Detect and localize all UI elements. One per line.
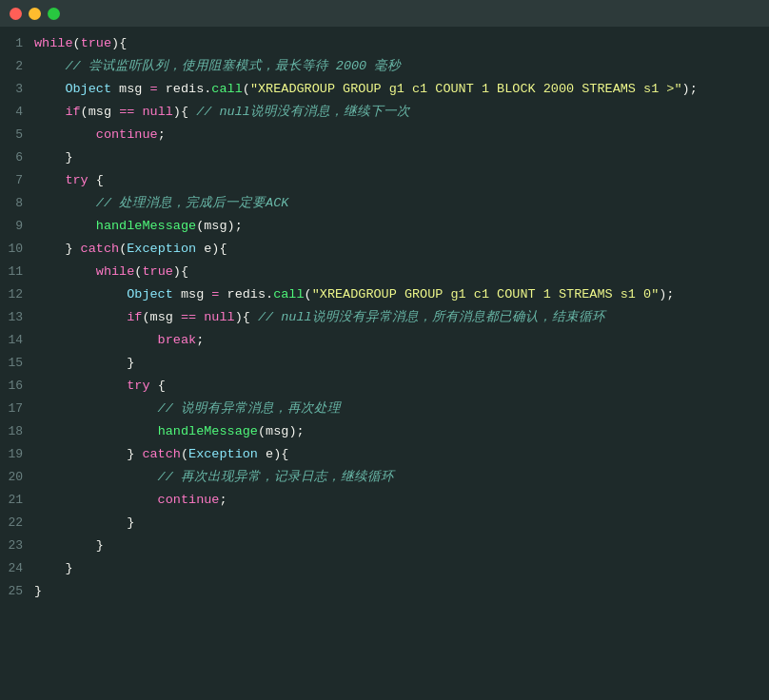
line-number: 3	[0, 82, 34, 96]
line-number: 8	[0, 196, 34, 210]
token-op: ==	[119, 105, 134, 119]
dot-yellow[interactable]	[29, 8, 41, 20]
line-content: continue;	[34, 125, 166, 146]
token-punc: ){	[173, 105, 196, 119]
token-kw: try	[34, 379, 150, 393]
code-line: 13 if(msg == null){ // null说明没有异常消息，所有消息…	[0, 306, 769, 329]
token-punc: );	[659, 287, 674, 301]
code-line: 4 if(msg == null){ // null说明没有消息，继续下一次	[0, 101, 769, 124]
token-punc: }	[34, 538, 104, 553]
token-kw: try	[34, 173, 89, 187]
code-line: 19 } catch(Exception e){	[0, 443, 769, 466]
line-content: continue;	[34, 490, 227, 511]
line-number: 6	[0, 150, 34, 165]
line-content: handleMessage(msg);	[34, 421, 305, 442]
token-kw: true	[142, 264, 172, 279]
token-var	[34, 424, 158, 438]
code-line: 6 }	[0, 146, 769, 169]
token-punc: ;	[158, 127, 166, 142]
token-type: Object	[34, 82, 111, 96]
code-line: 22 }	[0, 512, 769, 535]
code-line: 9 handleMessage(msg);	[0, 215, 769, 238]
code-line: 1while(true){	[0, 32, 769, 55]
token-punc: (	[243, 82, 250, 96]
token-cm-cn: // 尝试监听队列，使用阻塞模式，最长等待 2000 毫秒	[34, 59, 401, 73]
line-number: 21	[0, 493, 34, 507]
line-content: }	[34, 558, 73, 579]
token-fn: call	[211, 82, 242, 96]
line-number: 25	[0, 584, 34, 598]
code-line: 10 } catch(Exception e){	[0, 238, 769, 261]
line-content: // 处理消息，完成后一定要ACK	[34, 193, 288, 214]
line-number: 16	[0, 379, 34, 393]
token-punc: }	[34, 356, 134, 370]
token-var: redis.	[219, 287, 273, 301]
token-cm-cn: // 处理消息，完成后一定要ACK	[34, 196, 288, 210]
token-punc: );	[227, 219, 243, 233]
token-punc: ){	[111, 36, 134, 50]
code-line: 11 while(true){	[0, 261, 769, 283]
token-kw: null	[134, 105, 173, 119]
line-number: 14	[0, 333, 34, 347]
token-punc: (	[142, 310, 149, 324]
token-cm-cn: // null说明没有异常消息，所有消息都已确认，结束循环	[250, 310, 605, 324]
token-var: msg	[204, 219, 227, 233]
token-punc: );	[288, 424, 304, 438]
token-punc: (	[305, 287, 312, 301]
code-line: 17 // 说明有异常消息，再次处理	[0, 398, 769, 420]
code-wrapper: 1while(true){ 2 // 尝试监听队列，使用阻塞模式，最长等待 20…	[0, 27, 769, 700]
token-cm-cn: // null说明没有消息，继续下一次	[196, 105, 410, 119]
token-kw: catch	[142, 447, 181, 461]
code-line: 2 // 尝试监听队列，使用阻塞模式，最长等待 2000 毫秒	[0, 55, 769, 78]
line-number: 12	[0, 287, 34, 301]
code-line: 5 continue;	[0, 124, 769, 146]
line-content: try {	[34, 170, 104, 191]
token-kw: break	[34, 333, 196, 347]
line-content: }	[34, 535, 104, 556]
code-line: 16 try {	[0, 375, 769, 398]
line-number: 5	[0, 127, 34, 142]
token-type: Object	[34, 287, 173, 301]
line-content: break;	[34, 330, 204, 351]
token-punc: (	[258, 424, 266, 438]
code-line: 20 // 再次出现异常，记录日志，继续循环	[0, 466, 769, 489]
token-var: msg	[111, 82, 150, 96]
token-cm-cn: // 再次出现异常，记录日志，继续循环	[34, 470, 394, 484]
token-type: Exception	[127, 242, 196, 256]
code-line: 18 handleMessage(msg);	[0, 420, 769, 443]
code-line: 24 }	[0, 557, 769, 580]
token-var: msg	[89, 105, 119, 119]
token-fn: call	[273, 287, 304, 301]
token-var: msg	[150, 310, 181, 324]
line-content: Object msg = redis.call("XREADGROUP GROU…	[34, 284, 674, 305]
line-number: 23	[0, 538, 34, 553]
token-punc: }	[34, 584, 42, 598]
line-content: }	[34, 513, 134, 534]
dot-red[interactable]	[10, 8, 22, 20]
line-content: try {	[34, 376, 166, 397]
token-op: ==	[181, 310, 196, 324]
token-punc: ){	[211, 242, 234, 256]
line-number: 11	[0, 264, 34, 279]
line-content: if(msg == null){ // null说明没有消息，继续下一次	[34, 102, 410, 123]
line-number: 2	[0, 59, 34, 73]
line-content: // 再次出现异常，记录日志，继续循环	[34, 467, 394, 488]
line-content: } catch(Exception e){	[34, 239, 235, 260]
token-type: Exception	[188, 447, 258, 461]
token-op: =	[150, 82, 158, 96]
token-punc: ){	[173, 264, 196, 279]
token-punc: {	[150, 379, 166, 393]
line-number: 13	[0, 310, 34, 324]
line-content: } catch(Exception e){	[34, 444, 296, 465]
line-number: 10	[0, 242, 34, 256]
code-line: 7 try {	[0, 169, 769, 192]
token-fn: handleMessage	[96, 219, 196, 233]
line-content: while(true){	[34, 33, 134, 54]
line-number: 7	[0, 173, 34, 187]
line-content: }	[34, 353, 134, 374]
dot-green[interactable]	[48, 8, 60, 20]
token-punc: ;	[196, 333, 204, 347]
token-punc: (	[81, 105, 89, 119]
token-var: msg	[266, 424, 288, 438]
code-line: 3 Object msg = redis.call("XREADGROUP GR…	[0, 78, 769, 101]
